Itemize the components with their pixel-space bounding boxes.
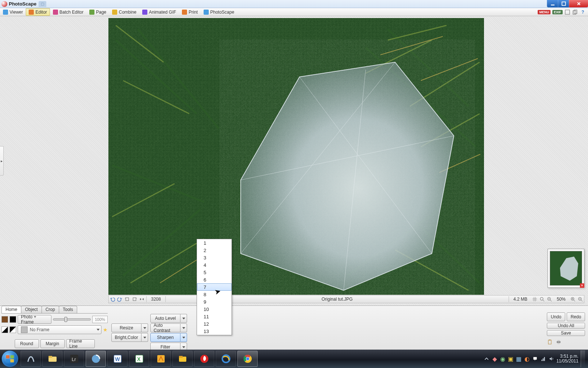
resize-dropdown[interactable] <box>141 323 148 332</box>
taskbar-photoscape[interactable] <box>86 351 106 367</box>
module-editor[interactable]: Editor <box>26 8 50 16</box>
sharpen-level-item[interactable]: 13 <box>197 328 232 335</box>
exif-badge[interactable]: EXIF <box>552 10 563 14</box>
module-page[interactable]: Page <box>86 8 109 16</box>
favorite-frame-icon[interactable]: ★ <box>103 327 108 333</box>
window-minimize-button[interactable] <box>547 0 558 7</box>
sharpen-button[interactable]: Sharpen <box>150 333 180 342</box>
tab-crop[interactable]: Crop <box>42 306 59 313</box>
color-swatch-brown[interactable] <box>1 316 8 323</box>
zoom-fit-icon[interactable] <box>538 296 546 303</box>
image-canvas[interactable] <box>108 18 484 295</box>
grid-icon[interactable] <box>531 296 538 303</box>
color-swatch-bw2[interactable] <box>10 326 16 333</box>
copy-icon[interactable] <box>572 9 578 15</box>
sharpen-level-item[interactable]: 5 <box>197 269 232 276</box>
taskbar-ie[interactable] <box>216 351 236 367</box>
save-button[interactable]: Save <box>547 330 585 336</box>
rotate-right-icon[interactable] <box>131 296 138 303</box>
tray-icon[interactable]: ◆ <box>492 356 498 362</box>
auto-level-button[interactable]: Auto Level <box>150 314 180 323</box>
sharpen-level-item[interactable]: 11 <box>197 313 232 320</box>
tray-icon[interactable]: ▦ <box>516 356 522 362</box>
sharpen-level-item[interactable]: 1 <box>197 239 232 247</box>
sharpen-level-item[interactable]: 10 <box>197 305 232 313</box>
tray-icon[interactable]: ◉ <box>500 356 506 362</box>
module-label: Combine <box>119 10 136 15</box>
help-icon[interactable]: ? <box>580 9 586 15</box>
navigator-thumbnail[interactable]: ✕ <box>548 249 584 288</box>
taskbar-app-1[interactable] <box>21 351 41 367</box>
tab-tools[interactable]: Tools <box>59 306 77 313</box>
tray-icon[interactable]: ◐ <box>524 356 530 362</box>
taskbar-word[interactable]: W <box>107 351 128 367</box>
tray-action-center-icon[interactable] <box>532 356 538 362</box>
start-button[interactable] <box>1 350 18 367</box>
undo-icon[interactable] <box>109 296 116 303</box>
zoom-actual-icon[interactable] <box>546 296 553 303</box>
zoom-out-icon[interactable] <box>577 296 584 303</box>
frame-combo[interactable]: No Frame <box>18 325 101 334</box>
module-animated-gif[interactable]: Animated GIF <box>139 8 179 16</box>
redo-button[interactable]: Redo <box>567 312 585 321</box>
tray-icon[interactable]: ▣ <box>508 356 514 362</box>
color-swatch-bw1[interactable] <box>1 326 8 333</box>
frame-line-button[interactable]: Frame Line <box>66 339 95 348</box>
tray-volume-icon[interactable] <box>548 356 554 362</box>
module-photoscape[interactable]: PhotoScape <box>201 8 237 16</box>
sidebar-expand-handle[interactable]: ▸ <box>0 146 4 176</box>
ghost-tab: ▢ <box>39 1 46 7</box>
taskbar-explorer[interactable] <box>42 351 62 367</box>
taskbar-lightroom[interactable]: Lr <box>64 351 84 367</box>
clipboard-icon[interactable] <box>547 339 553 345</box>
sharpen-level-item[interactable]: 4 <box>197 261 232 269</box>
flip-icon[interactable] <box>138 296 146 303</box>
sharpen-level-item[interactable]: 6 <box>197 276 232 283</box>
redo-icon[interactable] <box>116 296 123 303</box>
rotate-left-icon[interactable] <box>123 296 131 303</box>
taskbar-vodafone[interactable] <box>194 351 214 367</box>
tab-object[interactable]: Object <box>21 306 42 313</box>
svg-rect-15 <box>548 340 551 344</box>
tray-network-icon[interactable] <box>540 356 546 362</box>
round-button[interactable]: Round <box>15 339 39 348</box>
auto-contrast-dropdown[interactable] <box>180 323 187 332</box>
bright-color-button[interactable]: Bright,Color <box>111 333 141 342</box>
module-viewer[interactable]: Viewer <box>0 8 26 16</box>
auto-level-dropdown[interactable] <box>180 314 187 323</box>
zoom-in-icon[interactable] <box>569 296 577 303</box>
module-print[interactable]: Print <box>179 8 201 16</box>
taskbar-app-7[interactable] <box>151 351 171 367</box>
module-combine[interactable]: Combine <box>109 8 139 16</box>
undo-button[interactable]: Undo <box>547 312 565 321</box>
navigator-close-icon[interactable]: ✕ <box>580 283 584 288</box>
image-status-bar: 3208 Original tut.JPG 4.2 MB 50% <box>108 295 584 303</box>
tab-home[interactable]: Home <box>1 306 21 313</box>
show-desktop-button[interactable] <box>581 350 585 367</box>
fullscreen-icon[interactable] <box>564 9 570 15</box>
opacity-slider[interactable] <box>53 318 91 321</box>
print-icon[interactable] <box>556 339 562 345</box>
sharpen-level-item[interactable]: 12 <box>197 320 232 328</box>
window-maximize-button[interactable] <box>558 0 569 7</box>
module-batch-editor[interactable]: Batch Editor <box>50 8 86 16</box>
photo-frame-button[interactable]: Photo + Frame <box>18 315 51 324</box>
sharpen-level-item[interactable]: 2 <box>197 247 232 254</box>
sharpen-level-item[interactable]: 3 <box>197 254 232 261</box>
taskbar-excel[interactable]: X <box>129 351 149 367</box>
module-label: Print <box>189 10 198 15</box>
menu-badge[interactable]: MENU <box>538 10 551 14</box>
taskbar-chrome[interactable] <box>237 351 258 367</box>
undo-all-button[interactable]: Undo All <box>547 323 585 329</box>
margin-button[interactable]: Margin <box>40 339 65 348</box>
auto-contrast-button[interactable]: Auto Contrast <box>150 323 180 332</box>
sharpen-dropdown[interactable] <box>180 333 187 342</box>
bright-color-dropdown[interactable] <box>141 333 148 342</box>
resize-button[interactable]: Resize <box>111 323 141 332</box>
tray-clock[interactable]: 3:51 p.m. 11/05/2011 <box>556 354 578 364</box>
sharpen-level-item[interactable]: 9 <box>197 298 232 305</box>
window-close-button[interactable] <box>569 0 588 7</box>
taskbar-app-8[interactable] <box>172 351 193 367</box>
color-swatch-black[interactable] <box>10 316 16 323</box>
tray-show-hidden-icon[interactable] <box>484 356 490 362</box>
